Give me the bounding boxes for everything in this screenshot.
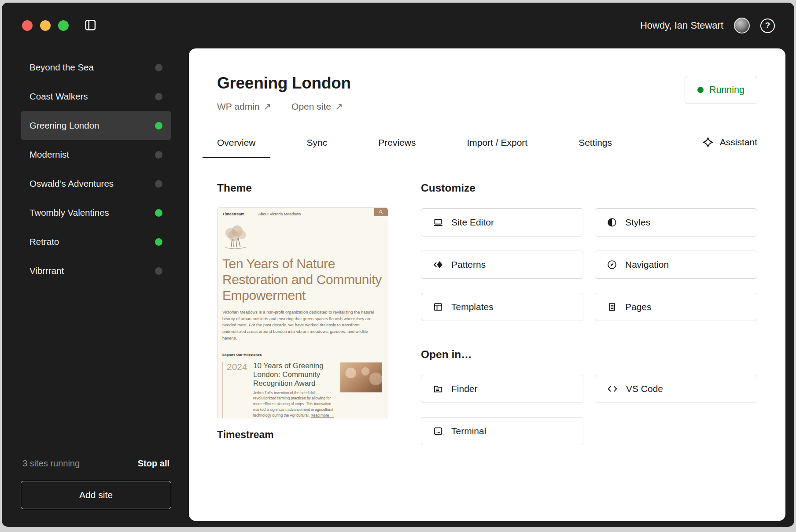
theme-section: Theme Timestream About Victoria Meadows xyxy=(217,182,388,445)
sparkle-icon xyxy=(702,137,714,148)
pages-button[interactable]: Pages xyxy=(595,293,757,321)
open-site-link[interactable]: Open site ↗ xyxy=(291,101,343,112)
tab-settings[interactable]: Settings xyxy=(564,133,626,158)
sidebar-item-twombly-valentines[interactable]: Twombly Valentines xyxy=(21,198,171,227)
open-in-grid: Finder VS Code xyxy=(421,375,757,445)
user-greeting: Howdy, Ian Stewart xyxy=(640,20,723,31)
zoom-window-button[interactable] xyxy=(58,20,69,31)
navigation-button[interactable]: Navigation xyxy=(595,251,757,279)
customize-grid: Site Editor Styles xyxy=(421,208,757,321)
open-vscode-button[interactable]: VS Code xyxy=(595,375,757,403)
site-status-dot xyxy=(155,151,162,159)
app-body: Beyond the Sea Coast Walkers Greening Lo… xyxy=(2,48,794,527)
running-status-badge[interactable]: Running xyxy=(685,76,757,104)
styles-icon xyxy=(606,217,618,228)
tab-import-export[interactable]: Import / Export xyxy=(452,133,542,158)
open-in-heading: Open in… xyxy=(421,348,757,361)
sidebar-item-modernist[interactable]: Modernist xyxy=(21,140,171,169)
sidebar-toggle-icon[interactable] xyxy=(83,18,99,33)
tree-illustration xyxy=(222,225,249,251)
site-name: Vibrrrant xyxy=(29,266,64,276)
sidebar-item-greening-london[interactable]: Greening London xyxy=(21,111,171,140)
running-summary: 3 sites running xyxy=(22,458,80,469)
avatar[interactable] xyxy=(734,18,750,33)
minimize-window-button[interactable] xyxy=(40,20,51,31)
theme-heading: Theme xyxy=(217,182,388,194)
preview-nav-item: About Victoria Meadows xyxy=(258,212,301,216)
title-block: Greening London WP admin ↗ Open site ↗ xyxy=(217,74,351,112)
finder-icon xyxy=(432,383,444,395)
traffic-lights xyxy=(22,20,69,31)
milestone-item: 2024 10 Years of Greening London: Commun… xyxy=(222,362,382,418)
stop-all-button[interactable]: Stop all xyxy=(138,458,170,469)
site-name: Twombly Valentines xyxy=(29,207,109,218)
patterns-icon xyxy=(432,259,444,270)
titlebar-right: Howdy, Ian Stewart ? xyxy=(640,18,775,33)
sidebar-item-oswalds-adventures[interactable]: Oswald’s Adventures xyxy=(21,169,171,198)
preview-hero-title: Ten Years of Nature Restoration and Comm… xyxy=(222,256,383,303)
milestone-year: 2024 xyxy=(222,362,248,418)
theme-preview-card[interactable]: Timestream About Victoria Meadows xyxy=(217,207,388,418)
theme-name-label: Timestream xyxy=(217,429,388,441)
wp-admin-link[interactable]: WP admin ↗ xyxy=(217,101,271,112)
pages-icon xyxy=(606,301,618,313)
page-title: Greening London xyxy=(217,74,351,92)
site-status-dot xyxy=(155,122,162,129)
sidebar-item-vibrrrant[interactable]: Vibrrrant xyxy=(21,256,171,285)
terminal-icon xyxy=(432,425,444,437)
help-glyph: ? xyxy=(765,21,770,30)
navigation-icon xyxy=(606,259,618,270)
running-summary-row: 3 sites running Stop all xyxy=(21,458,171,469)
site-editor-button[interactable]: Site Editor xyxy=(421,208,583,236)
preview-header: Timestream About Victoria Meadows xyxy=(217,208,388,216)
open-terminal-button[interactable]: Terminal xyxy=(421,417,583,445)
titlebar: Howdy, Ian Stewart ? xyxy=(2,3,794,48)
site-name: Beyond the Sea xyxy=(29,62,94,73)
site-status-dot xyxy=(155,209,162,217)
site-editor-icon xyxy=(432,217,444,228)
read-more-link: Read more → xyxy=(310,413,334,417)
main-panel: Greening London WP admin ↗ Open site ↗ xyxy=(189,48,785,521)
site-status-dot xyxy=(155,64,162,71)
overview-content: Theme Timestream About Victoria Meadows xyxy=(217,182,757,445)
open-finder-button[interactable]: Finder xyxy=(421,375,583,403)
site-name: Greening London xyxy=(29,120,99,131)
tab-sync[interactable]: Sync xyxy=(292,133,342,158)
site-name: Modernist xyxy=(29,149,69,160)
preview-milestones-label: Explore Our Milestones xyxy=(222,353,388,357)
milestone-photo xyxy=(340,362,382,392)
site-status-dot xyxy=(155,238,162,246)
site-status-dot xyxy=(155,267,162,275)
patterns-button[interactable]: Patterns xyxy=(421,251,583,279)
panel-header: Greening London WP admin ↗ Open site ↗ xyxy=(217,74,757,112)
tab-previews[interactable]: Previews xyxy=(364,133,430,158)
external-link-icon: ↗ xyxy=(335,101,343,112)
customize-heading: Customize xyxy=(421,182,757,194)
external-link-icon: ↗ xyxy=(263,101,271,112)
assistant-button[interactable]: Assistant xyxy=(702,132,757,158)
site-status-dot xyxy=(155,93,162,100)
templates-button[interactable]: Templates xyxy=(421,293,583,321)
sidebar-item-coast-walkers[interactable]: Coast Walkers xyxy=(21,82,171,111)
sidebar-item-beyond-the-sea[interactable]: Beyond the Sea xyxy=(21,53,171,82)
app-window: Howdy, Ian Stewart ? Beyond the Sea Coas… xyxy=(2,3,794,527)
preview-site-name: Timestream xyxy=(222,212,244,216)
vscode-icon xyxy=(606,383,619,395)
templates-icon xyxy=(432,301,444,313)
close-window-button[interactable] xyxy=(22,20,33,31)
sidebar-footer: 3 sites running Stop all Add site xyxy=(21,458,171,509)
search-icon xyxy=(374,208,388,216)
tab-overview[interactable]: Overview xyxy=(203,133,270,158)
site-status-dot xyxy=(155,180,162,188)
tab-bar: Overview Sync Previews Import / Export S… xyxy=(203,132,757,158)
help-icon[interactable]: ? xyxy=(760,18,775,33)
site-name: Retrato xyxy=(29,236,59,247)
add-site-button[interactable]: Add site xyxy=(21,481,171,509)
sidebar-item-retrato[interactable]: Retrato xyxy=(21,227,171,256)
sidebar: Beyond the Sea Coast Walkers Greening Lo… xyxy=(2,48,189,527)
preview-hero-body: Victorian Meadows is a non-profit organi… xyxy=(222,309,381,342)
header-links: WP admin ↗ Open site ↗ xyxy=(217,101,351,112)
milestone-text: 10 Years of Greening London: Community R… xyxy=(253,362,335,418)
customize-section: Customize Site Editor xyxy=(421,182,757,445)
styles-button[interactable]: Styles xyxy=(595,208,757,236)
